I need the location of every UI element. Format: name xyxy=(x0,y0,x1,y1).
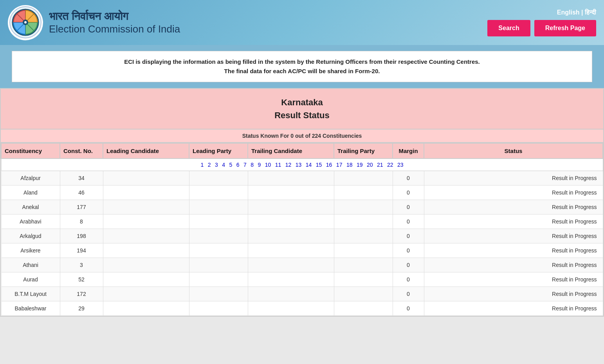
page-link[interactable]: 17 xyxy=(336,162,343,168)
header-title: भारत निर्वाचन आयोग Election Commission o… xyxy=(49,10,180,35)
cell-trailing-party xyxy=(334,186,393,200)
cell-trailing-party xyxy=(334,229,393,243)
cell-constituency: Babaleshwar xyxy=(1,301,60,316)
result-label: Result Status xyxy=(274,110,330,120)
disclaimer-box: ECI is displaying the information as bei… xyxy=(12,51,592,82)
table-row: Athani 3 0 Result in Progress xyxy=(1,258,603,272)
table-row: Aurad 52 0 Result in Progress xyxy=(1,272,603,287)
col-status: Status xyxy=(424,143,603,159)
cell-status: Result in Progress xyxy=(424,229,603,243)
results-table: Constituency Const. No. Leading Candidat… xyxy=(1,143,603,316)
eci-emblem-svg xyxy=(9,6,42,39)
cell-trailing-party xyxy=(334,214,393,229)
cell-trailing-candidate xyxy=(248,200,334,214)
page-link[interactable]: 23 xyxy=(397,162,404,168)
cell-leading-candidate xyxy=(103,272,189,287)
disclaimer-section: ECI is displaying the information as bei… xyxy=(0,45,604,88)
cell-margin: 0 xyxy=(393,200,424,214)
state-header: Karnataka Result Status xyxy=(1,89,603,130)
lang-separator: | xyxy=(581,9,585,16)
cell-leading-candidate xyxy=(103,200,189,214)
search-button[interactable]: Search xyxy=(487,20,530,36)
table-row: Arabhavi 8 0 Result in Progress xyxy=(1,214,603,229)
cell-constituency: Arabhavi xyxy=(1,214,60,229)
cell-status: Result in Progress xyxy=(424,186,603,200)
status-text: Status Known For 0 out of 224 Constituen… xyxy=(242,133,362,139)
cell-trailing-party xyxy=(334,287,393,301)
disclaimer-line2: The final data for each AC/PC will be sh… xyxy=(24,67,580,76)
cell-constituency: Anekal xyxy=(1,200,60,214)
cell-constituency: Arsikere xyxy=(1,243,60,258)
cell-margin: 0 xyxy=(393,229,424,243)
page-link[interactable]: 22 xyxy=(387,162,393,168)
page-link[interactable]: 18 xyxy=(346,162,353,168)
page-link[interactable]: 1 xyxy=(200,162,204,168)
pagination-cell[interactable]: 1 2 3 4 5 6 7 8 9 10 11 12 13 14 15 16 1… xyxy=(1,159,603,171)
cell-leading-candidate xyxy=(103,171,189,186)
cell-const-no: 46 xyxy=(60,186,103,200)
cell-leading-party xyxy=(189,272,248,287)
cell-trailing-party xyxy=(334,200,393,214)
header-left: भारत निर्वाचन आयोग Election Commission o… xyxy=(8,5,180,40)
page-link[interactable]: 19 xyxy=(357,162,363,168)
refresh-page-button[interactable]: Refresh Page xyxy=(534,20,596,36)
cell-constituency: B.T.M Layout xyxy=(1,287,60,301)
cell-leading-candidate xyxy=(103,287,189,301)
page-link[interactable]: 15 xyxy=(316,162,322,168)
page-link[interactable]: 4 xyxy=(222,162,225,168)
cell-trailing-candidate xyxy=(248,171,334,186)
cell-constituency: Arkalgud xyxy=(1,229,60,243)
page-link[interactable]: 6 xyxy=(236,162,240,168)
page-link[interactable]: 21 xyxy=(377,162,383,168)
lang-english[interactable]: English xyxy=(557,9,580,16)
cell-leading-party xyxy=(189,186,248,200)
table-row: B.T.M Layout 172 0 Result in Progress xyxy=(1,287,603,301)
page-link[interactable]: 2 xyxy=(208,162,211,168)
cell-leading-party xyxy=(189,171,248,186)
main-content: Karnataka Result Status Status Known For… xyxy=(0,88,604,317)
col-trailing-candidate: Trailing Candidate xyxy=(248,143,334,159)
cell-margin: 0 xyxy=(393,272,424,287)
cell-trailing-candidate xyxy=(248,229,334,243)
cell-leading-candidate xyxy=(103,243,189,258)
cell-const-no: 34 xyxy=(60,171,103,186)
page-link[interactable]: 12 xyxy=(285,162,292,168)
table-row: Anekal 177 0 Result in Progress xyxy=(1,200,603,214)
page-link[interactable]: 20 xyxy=(367,162,373,168)
header-right: English | हिन्दी Search Refresh Page xyxy=(487,9,596,36)
table-row: Babaleshwar 29 0 Result in Progress xyxy=(1,301,603,316)
page-link[interactable]: 3 xyxy=(215,162,218,168)
cell-trailing-candidate xyxy=(248,243,334,258)
col-leading-party: Leading Party xyxy=(189,143,248,159)
cell-constituency: Athani xyxy=(1,258,60,272)
page-link[interactable]: 14 xyxy=(306,162,312,168)
cell-trailing-candidate xyxy=(248,258,334,272)
page-link[interactable]: 5 xyxy=(229,162,232,168)
page-link[interactable]: 7 xyxy=(243,162,247,168)
page-link[interactable]: 13 xyxy=(296,162,302,168)
table-row: Arsikere 194 0 Result in Progress xyxy=(1,243,603,258)
page-link[interactable]: 8 xyxy=(251,162,254,168)
cell-const-no: 172 xyxy=(60,287,103,301)
cell-trailing-candidate xyxy=(248,186,334,200)
page-link[interactable]: 9 xyxy=(258,162,261,168)
cell-leading-candidate xyxy=(103,229,189,243)
cell-leading-party xyxy=(189,301,248,316)
page-link[interactable]: 16 xyxy=(326,162,332,168)
cell-trailing-party xyxy=(334,243,393,258)
cell-const-no: 198 xyxy=(60,229,103,243)
cell-status: Result in Progress xyxy=(424,287,603,301)
lang-hindi[interactable]: हिन्दी xyxy=(585,9,596,16)
pagination-row: 1 2 3 4 5 6 7 8 9 10 11 12 13 14 15 16 1… xyxy=(1,159,603,171)
cell-trailing-candidate xyxy=(248,287,334,301)
cell-trailing-party xyxy=(334,272,393,287)
cell-status: Result in Progress xyxy=(424,243,603,258)
cell-margin: 0 xyxy=(393,171,424,186)
page-link[interactable]: 11 xyxy=(275,162,281,168)
hindi-title: भारत निर्वाचन आयोग xyxy=(49,10,180,23)
cell-constituency: Aland xyxy=(1,186,60,200)
page-link[interactable]: 10 xyxy=(265,162,271,168)
english-title: Election Commission of India xyxy=(49,23,180,35)
cell-leading-party xyxy=(189,200,248,214)
cell-trailing-candidate xyxy=(248,272,334,287)
